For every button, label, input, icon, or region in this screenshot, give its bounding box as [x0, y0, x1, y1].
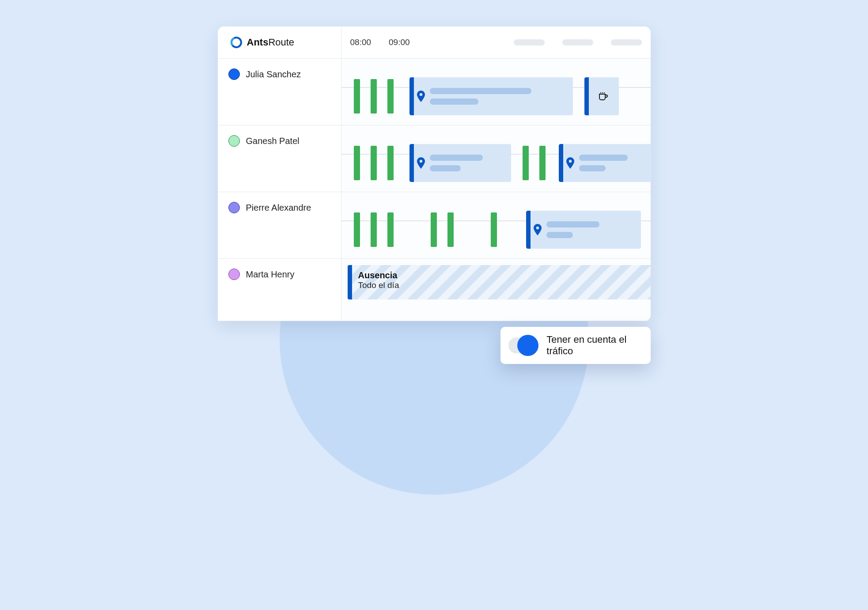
agent-cell[interactable]: Marta Henry: [218, 259, 341, 321]
time-label-1: 09:00: [389, 38, 410, 47]
slot-marker[interactable]: [354, 79, 360, 114]
agent-timeline[interactable]: [341, 59, 651, 125]
agent-timeline[interactable]: Ausencia Todo el día: [341, 259, 651, 321]
brand-text: AntsRoute: [247, 37, 295, 48]
stop-accent: [526, 211, 531, 249]
stop-card[interactable]: [526, 211, 641, 249]
location-pin-icon: [417, 91, 425, 102]
time-label-0: 08:00: [350, 38, 371, 47]
agent-timeline[interactable]: [341, 125, 651, 192]
header-row: AntsRoute 08:00 09:00: [218, 27, 651, 59]
svg-point-4: [569, 160, 571, 163]
stop-card[interactable]: [409, 77, 573, 115]
schedule-card: AntsRoute 08:00 09:00 Julia Sanchez: [218, 27, 651, 321]
text-placeholder: [430, 155, 483, 161]
slot-marker[interactable]: [371, 146, 377, 180]
stop-accent: [584, 77, 589, 115]
slot-marker[interactable]: [491, 212, 497, 247]
slot-marker[interactable]: [371, 79, 377, 114]
agent-cell[interactable]: Ganesh Patel: [218, 125, 341, 192]
svg-point-5: [536, 227, 538, 229]
slot-marker[interactable]: [387, 212, 394, 247]
slot-marker[interactable]: [354, 212, 360, 247]
agent-name: Ganesh Patel: [246, 136, 299, 146]
agent-color-dot: [228, 135, 240, 147]
brand-logo-icon: [230, 36, 243, 49]
brand-area: AntsRoute: [218, 27, 341, 58]
agent-row: Julia Sanchez: [218, 59, 651, 125]
text-placeholder: [430, 165, 461, 171]
agent-color-dot: [228, 269, 240, 280]
traffic-toggle-label: Tener en cuenta el tráfico: [546, 334, 637, 357]
stop-card[interactable]: [559, 144, 652, 182]
slot-marker[interactable]: [539, 146, 546, 180]
absence-subtitle: Todo el día: [358, 280, 648, 290]
slot-marker[interactable]: [523, 146, 529, 180]
location-pin-icon: [533, 224, 542, 235]
slot-marker[interactable]: [447, 212, 454, 247]
text-placeholder: [579, 155, 628, 161]
stop-accent: [409, 77, 414, 115]
brand-text-bold: Ants: [247, 37, 269, 48]
stop-accent: [409, 144, 414, 182]
slot-marker[interactable]: [431, 212, 437, 247]
agent-name: Pierre Alexandre: [246, 203, 311, 213]
slot-marker[interactable]: [387, 79, 394, 114]
agent-timeline[interactable]: [341, 192, 651, 258]
brand-text-light: Route: [268, 37, 294, 48]
agent-name: Marta Henry: [246, 269, 295, 280]
svg-point-3: [419, 160, 422, 163]
text-placeholder: [546, 221, 599, 227]
absence-title: Ausencia: [358, 270, 648, 280]
text-placeholder: [430, 88, 531, 94]
agent-color-dot: [228, 68, 240, 80]
coffee-cup-icon: [598, 91, 609, 102]
time-placeholder: [514, 39, 545, 45]
agent-cell[interactable]: Pierre Alexandre: [218, 192, 341, 258]
location-pin-icon: [566, 157, 575, 169]
stop-accent: [348, 265, 352, 299]
slot-marker[interactable]: [354, 146, 360, 180]
text-placeholder: [430, 99, 478, 105]
agent-color-dot: [228, 202, 240, 213]
stop-accent: [559, 144, 563, 182]
svg-point-2: [419, 93, 422, 96]
agent-row: Ganesh Patel: [218, 125, 651, 192]
text-placeholder: [546, 232, 573, 238]
traffic-toggle-switch[interactable]: [508, 337, 537, 353]
break-card[interactable]: [584, 77, 619, 115]
switch-knob: [517, 335, 538, 356]
text-placeholder: [579, 165, 606, 171]
time-placeholder: [611, 39, 642, 45]
agent-cell[interactable]: Julia Sanchez: [218, 59, 341, 125]
slot-marker[interactable]: [371, 212, 377, 247]
traffic-toggle-panel: Tener en cuenta el tráfico: [500, 327, 651, 364]
agent-row: Marta Henry Ausencia Todo el día: [218, 259, 651, 321]
absence-card[interactable]: Ausencia Todo el día: [348, 265, 651, 299]
slot-marker[interactable]: [387, 146, 394, 180]
agent-name: Julia Sanchez: [246, 69, 301, 80]
agent-row: Pierre Alexandre: [218, 192, 651, 259]
timeline-header: 08:00 09:00: [341, 27, 651, 58]
location-pin-icon: [417, 157, 425, 169]
time-placeholder: [562, 39, 593, 45]
stop-card[interactable]: [409, 144, 511, 182]
